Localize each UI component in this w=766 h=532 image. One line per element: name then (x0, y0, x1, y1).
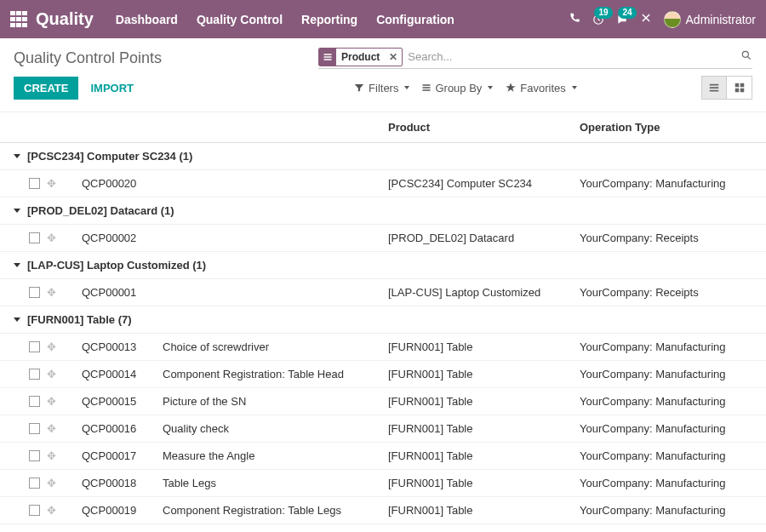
user-name: Administrator (686, 13, 756, 26)
cell-product: [FURN001] Table (388, 422, 580, 435)
activities-icon[interactable]: 19 (592, 14, 604, 26)
drag-handle-icon[interactable]: ✥ (47, 232, 56, 244)
svg-rect-2 (735, 83, 739, 88)
cell-operation: YourCompany: Receipts (580, 232, 766, 244)
view-switcher (701, 76, 752, 100)
cell-title: Choice of screwdriver (163, 340, 388, 353)
col-product[interactable]: Product (388, 121, 580, 134)
row-checkbox[interactable] (29, 341, 40, 352)
table-row[interactable]: ✥ QCP00019 Component Registration: Table… (0, 497, 766, 524)
nav-menu: Dashboard Quality Control Reporting Conf… (116, 13, 454, 26)
filters-dropdown[interactable]: Filters (353, 82, 409, 94)
drag-handle-icon[interactable]: ✥ (47, 340, 56, 353)
facet-label: Product (336, 51, 385, 63)
table-row[interactable]: ✥ QCP00017 Measure the Angle [FURN001] T… (0, 443, 766, 470)
search-facet-product: Product ✕ (318, 48, 403, 66)
row-checkbox[interactable] (29, 178, 40, 189)
drag-handle-icon[interactable]: ✥ (47, 422, 56, 435)
cell-title: Quality check (163, 422, 388, 435)
search-input[interactable] (403, 47, 740, 66)
drag-handle-icon[interactable]: ✥ (47, 395, 56, 408)
group-icon (319, 49, 336, 66)
drag-handle-icon[interactable]: ✥ (47, 449, 56, 462)
cell-ref: QCP00013 (82, 340, 163, 353)
drag-handle-icon[interactable]: ✥ (47, 177, 56, 190)
caret-down-icon (14, 263, 20, 267)
svg-rect-3 (740, 83, 744, 88)
cell-title: Table Legs (163, 477, 388, 489)
search-area: Product ✕ (318, 47, 752, 69)
group-row[interactable]: [FURN001] Table (7) (0, 306, 766, 334)
table-row[interactable]: ✥ QCP00013 Choice of screwdriver [FURN00… (0, 334, 766, 361)
table-row[interactable]: ✥ QCP00020 [PCSC234] Computer SC234 Your… (0, 170, 766, 197)
cell-ref: QCP00016 (82, 422, 163, 435)
cell-ref: QCP00017 (82, 449, 163, 462)
row-checkbox[interactable] (29, 369, 40, 380)
cell-product: [PCSC234] Computer SC234 (388, 177, 580, 190)
cell-title: Picture of the SN (163, 395, 388, 408)
app-brand[interactable]: Quality (36, 9, 94, 29)
list-header: Product Operation Type (0, 112, 766, 143)
row-checkbox[interactable] (29, 505, 40, 516)
cell-title: Measure the Angle (163, 449, 388, 462)
table-row[interactable]: ✥ QCP00018 Table Legs [FURN001] Table Yo… (0, 470, 766, 497)
row-checkbox[interactable] (29, 423, 40, 434)
avatar (664, 11, 681, 28)
cell-operation: YourCompany: Manufacturing (580, 477, 766, 489)
row-checkbox[interactable] (29, 396, 40, 407)
group-row[interactable]: [LAP-CUS] Laptop Customized (1) (0, 252, 766, 279)
cell-operation: YourCompany: Receipts (580, 286, 766, 299)
create-button[interactable]: CREATE (14, 77, 78, 100)
row-checkbox[interactable] (29, 232, 40, 243)
group-row[interactable]: [PROD_DEL02] Datacard (1) (0, 197, 766, 225)
cell-product: [FURN001] Table (388, 340, 580, 353)
table-row[interactable]: ✥ QCP00014 Component Registration: Table… (0, 361, 766, 388)
drag-handle-icon[interactable]: ✥ (47, 368, 56, 380)
search-icon[interactable] (740, 49, 752, 64)
groupby-dropdown[interactable]: Group By (421, 82, 493, 94)
apps-icon[interactable] (10, 11, 27, 28)
group-label: [FURN001] Table (7) (27, 313, 132, 326)
cell-operation: YourCompany: Manufacturing (580, 340, 766, 353)
nav-dashboard[interactable]: Dashboard (116, 13, 178, 26)
row-checkbox[interactable] (29, 450, 40, 461)
table-row[interactable]: ✥ QCP00002 [PROD_DEL02] Datacard YourCom… (0, 225, 766, 252)
group-label: [PROD_DEL02] Datacard (1) (27, 204, 174, 217)
caret-down-icon (14, 209, 20, 213)
cell-product: [FURN001] Table (388, 477, 580, 489)
favorites-dropdown[interactable]: Favorites (505, 82, 576, 94)
col-operation-type[interactable]: Operation Type (580, 121, 766, 134)
cell-operation: YourCompany: Manufacturing (580, 422, 766, 435)
table-row[interactable]: ✥ QCP00001 [LAP-CUS] Laptop Customized Y… (0, 279, 766, 306)
svg-point-1 (742, 51, 748, 57)
drag-handle-icon[interactable]: ✥ (47, 504, 56, 517)
cell-operation: YourCompany: Manufacturing (580, 177, 766, 190)
kanban-view-button[interactable] (727, 76, 752, 100)
nav-quality-control[interactable]: Quality Control (197, 13, 283, 26)
list-view-button[interactable] (701, 76, 727, 100)
drag-handle-icon[interactable]: ✥ (47, 477, 56, 489)
cell-operation: YourCompany: Manufacturing (580, 395, 766, 408)
cell-product: [LAP-CUS] Laptop Customized (388, 286, 580, 299)
nav-configuration[interactable]: Configuration (376, 13, 454, 26)
group-label: [LAP-CUS] Laptop Customized (1) (27, 259, 206, 272)
group-label: [PCSC234] Computer SC234 (1) (27, 150, 192, 163)
debug-icon[interactable] (640, 12, 652, 26)
phone-icon[interactable] (569, 12, 580, 26)
table-row[interactable]: ✥ QCP00015 Picture of the SN [FURN001] T… (0, 388, 766, 415)
cell-operation: YourCompany: Manufacturing (580, 368, 766, 380)
table-row[interactable]: ✥ QCP00016 Quality check [FURN001] Table… (0, 415, 766, 443)
import-button[interactable]: IMPORT (90, 82, 134, 94)
messages-icon[interactable]: 24 (616, 14, 628, 26)
drag-handle-icon[interactable]: ✥ (47, 286, 56, 299)
caret-down-icon (14, 154, 20, 158)
facet-remove-icon[interactable]: ✕ (385, 51, 402, 63)
row-checkbox[interactable] (29, 478, 40, 489)
nav-reporting[interactable]: Reporting (301, 13, 357, 26)
user-menu[interactable]: Administrator (664, 11, 756, 28)
cell-product: [FURN001] Table (388, 368, 580, 380)
row-checkbox[interactable] (29, 287, 40, 298)
cell-product: [PROD_DEL02] Datacard (388, 232, 580, 244)
group-row[interactable]: [PCSC234] Computer SC234 (1) (0, 143, 766, 170)
cell-ref: QCP00001 (82, 286, 163, 299)
